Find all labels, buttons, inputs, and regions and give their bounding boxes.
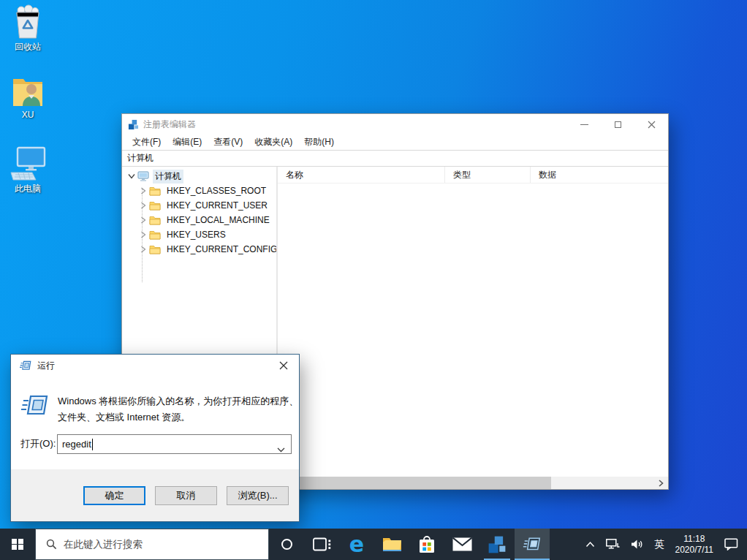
run-command-input[interactable]: regedit [57, 434, 292, 454]
regedit-icon [488, 535, 507, 554]
desktop-icon-this-pc[interactable]: 此电脑 [0, 146, 56, 194]
ime-indicator[interactable]: 英 [654, 538, 664, 551]
run-close-button[interactable] [271, 355, 296, 377]
volume-icon[interactable] [631, 539, 643, 550]
ok-button[interactable]: 确定 [83, 486, 145, 505]
action-center-icon[interactable] [724, 538, 738, 550]
tree-item-computer[interactable]: 计算机 [122, 169, 183, 183]
menu-edit[interactable]: 编辑(E) [167, 135, 208, 150]
run-taskbar-button[interactable] [515, 529, 550, 560]
run-dialog: 运行 Windows 将根据你所输入的名称，为你打开相应的程序、 文件夹、文档或… [10, 354, 300, 522]
run-icon [523, 536, 542, 553]
start-button[interactable] [0, 529, 35, 560]
folder-icon [149, 230, 161, 240]
tree-item-label: HKEY_CURRENT_USER [164, 200, 270, 211]
hidden-icons-chevron-icon[interactable] [585, 541, 595, 548]
run-dialog-title: 运行 [37, 360, 55, 372]
tree-item-hkey-current-config[interactable]: HKEY_CURRENT_CONFIG [122, 242, 278, 257]
system-tray: 英 11:18 2020/7/11 [585, 529, 747, 560]
close-icon [279, 361, 288, 370]
taskbar: 英 11:18 2020/7/11 [0, 529, 747, 560]
tree-item-hkey-classes-root[interactable]: HKEY_CLASSES_ROOT [122, 183, 268, 198]
run-description-line1: Windows 将根据你所输入的名称，为你打开相应的程序、 [58, 393, 298, 409]
store-icon [418, 534, 436, 554]
user-folder-icon [0, 75, 56, 107]
regedit-taskbar-button[interactable] [479, 529, 515, 560]
menu-help[interactable]: 帮助(H) [298, 135, 340, 150]
chevron-right-icon[interactable] [137, 202, 149, 209]
chevron-down-icon[interactable] [126, 173, 137, 179]
text-caret [92, 439, 93, 450]
folder-icon [149, 201, 161, 211]
close-button[interactable] [634, 114, 668, 135]
desktop-icon-label: XU [0, 110, 56, 120]
task-view-button[interactable] [304, 529, 339, 560]
menu-favorites[interactable]: 收藏夹(A) [249, 135, 298, 150]
desktop-icon-recycle-bin[interactable]: 回收站 [0, 4, 56, 52]
cortana-icon [281, 539, 292, 550]
cortana-button[interactable] [269, 529, 304, 560]
tree-item-label: HKEY_LOCAL_MACHINE [164, 214, 272, 226]
window-title: 注册表编辑器 [143, 118, 196, 131]
folder-icon [149, 216, 161, 225]
regedit-titlebar[interactable]: 注册表编辑器 [122, 114, 668, 135]
clock-time: 11:18 [675, 534, 714, 545]
search-input[interactable] [64, 539, 239, 550]
open-label: 打开(O): [20, 437, 56, 450]
folder-icon [149, 186, 161, 196]
network-icon[interactable] [606, 539, 620, 550]
run-titlebar[interactable]: 运行 [11, 355, 299, 377]
run-footer: 确定 取消 浏览(B)... [11, 469, 299, 521]
tree-item-label: HKEY_CLASSES_ROOT [164, 185, 268, 197]
taskbar-clock[interactable]: 11:18 2020/7/11 [675, 534, 714, 556]
edge-button[interactable] [339, 529, 374, 560]
chevron-right-icon[interactable] [137, 216, 149, 224]
tree-item-hkey-current-user[interactable]: HKEY_CURRENT_USER [122, 198, 270, 213]
column-header-data[interactable]: 数据 [531, 167, 668, 183]
desktop-icon-user-folder[interactable]: XU [0, 75, 56, 120]
tree-item-hkey-local-machine[interactable]: HKEY_LOCAL_MACHINE [122, 213, 272, 227]
minimize-button[interactable] [567, 114, 601, 135]
regedit-app-icon [128, 119, 139, 130]
file-explorer-button[interactable] [374, 529, 409, 560]
run-input-value: regedit [62, 439, 91, 450]
store-button[interactable] [409, 529, 444, 560]
desktop-icon-label: 回收站 [0, 42, 56, 52]
search-icon [46, 539, 57, 550]
taskbar-search-box[interactable] [35, 529, 269, 560]
tree-item-label: HKEY_USERS [164, 229, 228, 241]
run-description: Windows 将根据你所输入的名称，为你打开相应的程序、 文件夹、文档或 In… [58, 393, 298, 425]
run-big-icon [20, 393, 50, 422]
maximize-button[interactable] [601, 114, 634, 135]
task-view-icon [313, 537, 331, 551]
chevron-right-icon[interactable] [137, 187, 149, 194]
chevron-right-icon[interactable] [137, 231, 149, 238]
mail-icon [452, 537, 472, 551]
address-bar[interactable]: 计算机 [122, 150, 668, 167]
menu-view[interactable]: 查看(V) [208, 135, 249, 150]
clock-date: 2020/7/11 [675, 545, 714, 556]
tree-item-hkey-users[interactable]: HKEY_USERS [122, 227, 228, 242]
mail-button[interactable] [444, 529, 479, 560]
combo-dropdown-icon[interactable] [277, 442, 285, 455]
file-explorer-icon [382, 537, 402, 552]
edge-icon [349, 534, 364, 556]
run-description-line2: 文件夹、文档或 Internet 资源。 [58, 409, 298, 425]
maximize-icon [615, 121, 621, 128]
cancel-button[interactable]: 取消 [155, 486, 217, 505]
minimize-icon [580, 124, 588, 125]
menu-file[interactable]: 文件(F) [126, 135, 167, 150]
column-header-name[interactable]: 名称 [278, 167, 445, 183]
run-app-icon [20, 360, 31, 371]
folder-icon [149, 245, 161, 254]
registry-value-list: 名称 类型 数据 [278, 167, 668, 477]
computer-icon [137, 171, 149, 182]
close-icon [648, 121, 656, 129]
scroll-right-arrow[interactable] [655, 477, 667, 489]
desktop-icon-label: 此电脑 [0, 183, 56, 194]
column-header-type[interactable]: 类型 [445, 167, 531, 183]
chevron-right-icon[interactable] [137, 246, 149, 253]
recycle-bin-icon [0, 4, 56, 39]
tree-item-label: 计算机 [153, 170, 183, 183]
browse-button[interactable]: 浏览(B)... [227, 486, 289, 505]
